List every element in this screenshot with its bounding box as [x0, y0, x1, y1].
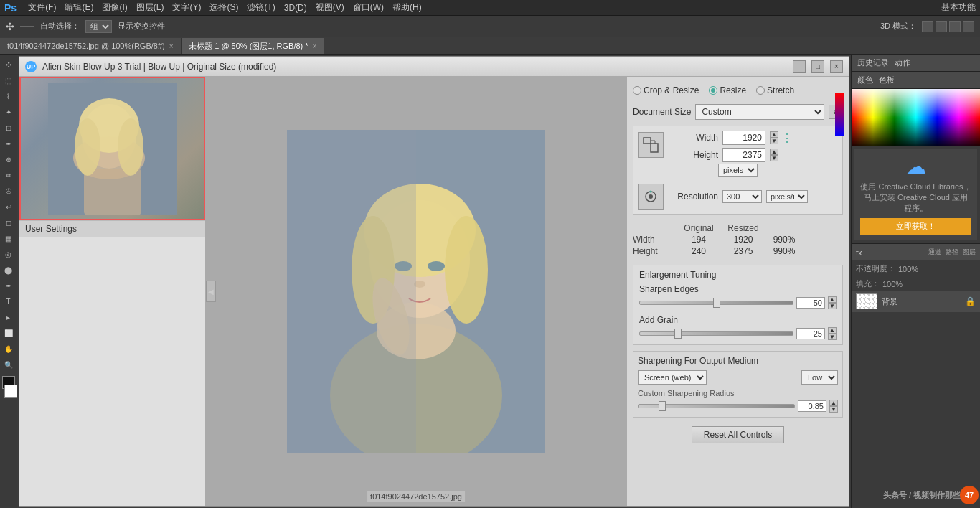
width-up-btn[interactable]: ▲: [770, 131, 778, 138]
resize-icon[interactable]: [638, 132, 664, 158]
shape-tool[interactable]: ⬜: [1, 326, 16, 340]
mode-icon-1[interactable]: [922, 21, 933, 32]
width-down-btn[interactable]: ▼: [770, 138, 778, 144]
resolution-icon[interactable]: [638, 184, 664, 210]
resolution-select[interactable]: 300: [722, 190, 762, 203]
color-label[interactable]: 颜色: [857, 75, 873, 85]
custom-radius-input[interactable]: [798, 400, 826, 412]
sharpening-medium-select[interactable]: Screen (web): [638, 370, 707, 385]
plugin-restore-btn[interactable]: □: [811, 60, 824, 73]
doc-size-select[interactable]: Custom: [695, 104, 824, 120]
history-brush-tool[interactable]: ↩: [1, 199, 16, 214]
width-unit-select[interactable]: pixels: [718, 164, 758, 177]
sharpen-edges-label: Sharpen Edges: [639, 284, 837, 294]
auto-select-dropdown[interactable]: 组: [85, 20, 112, 33]
sharpen-edges-thumb[interactable]: [713, 298, 720, 308]
move-tool[interactable]: ✣: [1, 57, 16, 72]
reset-all-btn[interactable]: Reset All Controls: [692, 426, 784, 443]
custom-radius-down[interactable]: ▼: [829, 406, 838, 413]
blur-tool[interactable]: ◎: [1, 247, 16, 261]
dodge-tool[interactable]: ⬤: [1, 263, 16, 277]
tab-file2-close[interactable]: ×: [313, 42, 317, 50]
pen-tool[interactable]: ✒: [1, 278, 16, 293]
stats-empty: [633, 223, 676, 233]
height-down-btn[interactable]: ▼: [770, 155, 778, 161]
tab-bar: t014f9024472de15752.jpg @ 100%(RGB/8#) ×…: [0, 37, 980, 55]
menu-window[interactable]: 窗口(W): [353, 1, 384, 14]
add-grain-up[interactable]: ▲: [828, 327, 837, 334]
color-hue-strip[interactable]: [835, 93, 844, 136]
resolution-unit-select[interactable]: pixels/i: [766, 190, 808, 203]
color-spectrum[interactable]: [852, 89, 980, 146]
menu-image[interactable]: 图像(I): [102, 1, 127, 14]
text-tool[interactable]: T: [1, 294, 16, 309]
magic-wand-tool[interactable]: ✦: [1, 105, 16, 119]
menu-file[interactable]: 文件(F): [28, 1, 56, 14]
add-grain-track[interactable]: [639, 331, 793, 336]
collapse-arrow[interactable]: ◀: [206, 281, 216, 302]
bg-color[interactable]: [4, 385, 17, 398]
height-up-btn[interactable]: ▲: [770, 149, 778, 155]
custom-radius-up[interactable]: ▲: [829, 400, 838, 406]
stamp-tool[interactable]: ✇: [1, 184, 16, 198]
sharpen-edges-down[interactable]: ▼: [828, 303, 837, 309]
panel-bottom: 头条号 / 视频制作那些事儿 47: [852, 312, 980, 508]
history-label[interactable]: 历史记录: [857, 57, 889, 68]
mode-icon-3[interactable]: [949, 21, 961, 32]
radio-stretch[interactable]: Stretch: [756, 85, 794, 95]
radio-resize[interactable]: Resize: [709, 85, 746, 95]
tab-file1-close[interactable]: ×: [169, 42, 174, 50]
eraser-tool[interactable]: ◻: [1, 215, 16, 230]
menu-view[interactable]: 视图(V): [316, 1, 344, 14]
paths-label[interactable]: 路径: [946, 248, 958, 257]
menu-layer[interactable]: 图层(L): [136, 1, 164, 14]
menu-select[interactable]: 选择(S): [209, 1, 238, 14]
gradient-tool[interactable]: ▦: [1, 231, 16, 245]
add-grain-thumb[interactable]: [674, 329, 682, 339]
layer-tab-label[interactable]: 图层: [963, 248, 976, 257]
custom-radius-thumb[interactable]: [659, 401, 666, 411]
lasso-tool[interactable]: ⌇: [1, 89, 16, 103]
brush-tool[interactable]: ✏: [1, 168, 16, 182]
tab-file2[interactable]: 未标题-1 @ 50% (图层1, RGB/8) * ×: [182, 38, 325, 54]
menu-type[interactable]: 文字(Y): [172, 1, 201, 14]
mode-icon-4[interactable]: [963, 21, 974, 32]
sharpening-quality-select[interactable]: Low: [801, 370, 838, 385]
eyedrop-tool[interactable]: ✒: [1, 136, 16, 151]
select-tool[interactable]: ⬚: [1, 73, 16, 88]
layer-name: 背景: [882, 296, 897, 307]
menu-edit[interactable]: 编辑(E): [65, 1, 93, 14]
crop-tool[interactable]: ⊡: [1, 121, 16, 135]
actions-label[interactable]: 动作: [895, 57, 910, 68]
swatches-label[interactable]: 色板: [879, 75, 895, 85]
custom-radius-track[interactable]: [638, 404, 795, 408]
path-select-tool[interactable]: ▸: [1, 310, 16, 324]
presets-list[interactable]: [19, 237, 205, 506]
width-input[interactable]: [722, 131, 765, 145]
zoom-tool[interactable]: 🔍: [1, 357, 16, 372]
menu-3d[interactable]: 3D(D): [284, 3, 307, 13]
plugin-center-preview[interactable]: t014f9024472de15752.jpg ◀: [206, 77, 626, 506]
fx-label[interactable]: fx: [856, 248, 862, 257]
channels-label[interactable]: 通道: [928, 248, 941, 257]
hand-tool[interactable]: ✋: [1, 342, 16, 356]
tab-file1[interactable]: t014f9024472de15752.jpg @ 100%(RGB/8#) ×: [0, 38, 182, 54]
plugin-minimize-btn[interactable]: —: [793, 60, 806, 73]
background-layer-row[interactable]: 背景 🔒: [852, 291, 980, 312]
sharpen-edges-input[interactable]: [796, 297, 825, 309]
height-input[interactable]: [722, 148, 765, 162]
add-grain-input[interactable]: [796, 328, 825, 339]
plugin-left-panel: User Settings: [19, 77, 206, 506]
plugin-close-btn[interactable]: ×: [830, 60, 843, 73]
enlargement-section: Enlargement Tuning Sharpen Edges ▲ ▼: [633, 265, 843, 345]
layer-opacity-row: 不透明度： 100%: [852, 260, 980, 277]
sharpen-edges-track[interactable]: [639, 301, 793, 305]
cc-install-btn[interactable]: 立即获取！: [860, 218, 971, 235]
add-grain-down[interactable]: ▼: [828, 334, 837, 340]
sharpen-edges-up[interactable]: ▲: [828, 296, 837, 303]
menu-help[interactable]: 帮助(H): [392, 1, 422, 14]
radio-crop-resize[interactable]: Crop & Resize: [633, 85, 699, 95]
menu-filter[interactable]: 滤镜(T): [247, 1, 275, 14]
mode-icon-2[interactable]: [936, 21, 947, 32]
heal-tool[interactable]: ⊕: [1, 152, 16, 166]
